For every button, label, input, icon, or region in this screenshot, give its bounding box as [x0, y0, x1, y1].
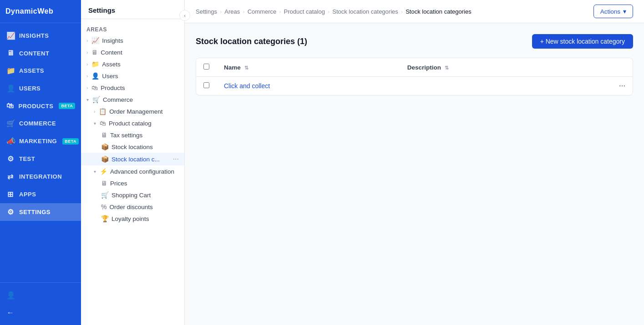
- breadcrumb-separator: ›: [328, 8, 330, 15]
- nav-item-products[interactable]: 🛍 PRODUCTS BETA: [0, 97, 81, 115]
- nav-item-label-content: CONTENT: [19, 50, 49, 57]
- nav-collapse[interactable]: ←: [0, 304, 81, 321]
- new-button-label: + New stock location category: [540, 38, 625, 45]
- name-column-header[interactable]: Name ⇅: [217, 58, 400, 77]
- main-content: Settings›Areas›Commerce›Product catalog›…: [185, 0, 644, 325]
- account-icon: 👤: [6, 291, 15, 300]
- products-badge: BETA: [59, 103, 75, 109]
- chevron-right-icon: ›: [94, 109, 95, 114]
- sidebar-item-loyalty-points[interactable]: 🏆 Loyalty points: [81, 213, 184, 225]
- order-discounts-icon: %: [101, 203, 106, 210]
- nav-account[interactable]: 👤: [0, 286, 81, 304]
- nav-item-integration[interactable]: ⇄ INTEGRATION: [0, 168, 81, 185]
- breadcrumb-commerce[interactable]: Commerce: [248, 8, 277, 15]
- chevron-down-icon: ▾: [94, 169, 96, 174]
- sidebar-item-assets[interactable]: › 📁 Assets: [81, 58, 184, 70]
- marketing-badge: BETA: [62, 138, 79, 145]
- sidebar-item-insights[interactable]: › 📈 Insights: [81, 35, 184, 46]
- name-column-label: Name: [224, 64, 241, 71]
- sidebar-item-prices[interactable]: 🖥 Prices: [81, 177, 184, 189]
- item-dots-stock-location-categories[interactable]: ···: [173, 155, 179, 163]
- table-row: Click and collect ⋯: [196, 77, 633, 95]
- sidebar-item-label-shopping-cart: Shopping Cart: [112, 192, 151, 199]
- sidebar-item-users[interactable]: › 👤 Users: [81, 70, 184, 82]
- select-all-column: [196, 58, 217, 77]
- content-nav-icon: 🖥: [6, 49, 15, 57]
- users-icon: 👤: [91, 72, 99, 80]
- settings-nav-icon: ⚙: [6, 208, 15, 216]
- nav-item-label-commerce: COMMERCE: [19, 120, 56, 127]
- row-more-actions-1[interactable]: ⋯: [569, 77, 633, 95]
- sidebar-item-label-order-management: Order Management: [109, 108, 162, 115]
- row-description-cell: [400, 77, 569, 95]
- apps-nav-icon: ⊞: [6, 190, 15, 199]
- sidebar-item-label-stock-location-categories: Stock location c...: [112, 156, 160, 163]
- sidebar-item-tax-settings[interactable]: 🖥 Tax settings: [81, 129, 184, 141]
- description-sort-icon: ⇅: [445, 65, 449, 70]
- insights-nav-icon: 📈: [6, 31, 15, 40]
- content-icon: 🖥: [91, 49, 98, 56]
- table-header-row: Name ⇅ Description ⇅: [196, 58, 633, 77]
- sidebar-item-label-stock-locations: Stock locations: [112, 144, 153, 150]
- data-table: Name ⇅ Description ⇅ Click and collect: [196, 58, 633, 95]
- sidebar-item-shopping-cart[interactable]: 🛒 Shopping Cart: [81, 189, 184, 201]
- sidebar-item-product-catalog[interactable]: ▾ 🛍 Product catalog: [81, 117, 184, 129]
- nav-item-commerce[interactable]: 🛒 COMMERCE: [0, 115, 81, 132]
- nav-item-marketing[interactable]: 📣 MARKETING BETA: [0, 132, 81, 150]
- actions-label: Actions: [600, 8, 620, 15]
- sidebar-collapse-button[interactable]: ‹: [179, 10, 190, 21]
- nav-item-settings[interactable]: ⚙ SETTINGS: [0, 203, 81, 221]
- product-catalog-icon: 🛍: [100, 120, 106, 127]
- nav-item-label-marketing: MARKETING: [19, 138, 57, 145]
- nav-item-test[interactable]: ⚙ TEST: [0, 150, 81, 168]
- left-navigation: DynamicWeb 📈 INSIGHTS 🖥 CONTENT 📁 ASSETS…: [0, 0, 81, 325]
- breadcrumb: Settings›Areas›Commerce›Product catalog›…: [185, 0, 644, 23]
- sidebar-item-label-commerce: Commerce: [103, 96, 133, 103]
- sidebar-item-products[interactable]: › 🛍 Products: [81, 82, 184, 94]
- nav-item-apps[interactable]: ⊞ APPS: [0, 185, 81, 203]
- nav-item-label-products: PRODUCTS: [19, 103, 54, 110]
- breadcrumb-separator: ›: [279, 8, 281, 15]
- breadcrumb-separator: ›: [401, 8, 403, 15]
- sidebar-item-stock-locations[interactable]: 📦 Stock locations: [81, 141, 184, 153]
- nav-item-insights[interactable]: 📈 INSIGHTS: [0, 27, 81, 45]
- breadcrumb-settings[interactable]: Settings: [196, 8, 217, 15]
- chevron-down-icon: ▾: [94, 121, 96, 126]
- sidebar-item-label-order-discounts: Order discounts: [109, 204, 152, 210]
- nav-item-assets[interactable]: 📁 ASSETS: [0, 62, 81, 80]
- settings-sidebar: Settings ‹ Areas › 📈 Insights › 🖥 Conten…: [81, 0, 185, 325]
- actions-button[interactable]: Actions ▾: [593, 5, 633, 18]
- row-checkbox-1[interactable]: [203, 82, 209, 88]
- sidebar-item-order-management[interactable]: › 📋 Order Management: [81, 105, 184, 117]
- sidebar-item-label-assets: Assets: [102, 61, 121, 68]
- order-management-icon: 📋: [99, 108, 106, 115]
- sidebar-item-stock-location-categories[interactable]: 📦 Stock location c... ···: [81, 153, 184, 165]
- marketing-nav-icon: 📣: [6, 137, 15, 145]
- breadcrumb-separator: ›: [243, 8, 244, 15]
- sidebar-item-order-discounts[interactable]: % Order discounts: [81, 201, 184, 213]
- sidebar-item-advanced-configuration[interactable]: ▾ ⚡ Advanced configuration: [81, 165, 184, 177]
- assets-icon: 📁: [91, 60, 99, 68]
- breadcrumb-product-catalog[interactable]: Product catalog: [284, 8, 325, 15]
- nav-item-users[interactable]: 👤 USERS: [0, 80, 81, 97]
- sidebar-item-content[interactable]: › 🖥 Content: [81, 46, 184, 58]
- nav-item-content[interactable]: 🖥 CONTENT: [0, 45, 81, 62]
- chevron-right-icon: ›: [86, 50, 88, 55]
- content-header: Stock location categories (1) + New stoc…: [196, 34, 633, 49]
- assets-nav-icon: 📁: [6, 66, 15, 75]
- breadcrumb-areas[interactable]: Areas: [224, 8, 240, 15]
- sidebar-tree: Areas › 📈 Insights › 🖥 Content › 📁 Asset…: [81, 19, 184, 325]
- sidebar-item-label-product-catalog: Product catalog: [109, 120, 152, 127]
- new-stock-location-category-button[interactable]: + New stock location category: [532, 34, 633, 49]
- areas-label: Areas: [81, 23, 184, 35]
- breadcrumb-stock-location-categories-link[interactable]: Stock location categories: [332, 8, 398, 15]
- row-name-1[interactable]: Click and collect: [224, 82, 270, 90]
- description-column-label: Description: [407, 64, 441, 71]
- description-column-header[interactable]: Description ⇅: [400, 58, 569, 77]
- loyalty-points-icon: 🏆: [101, 215, 109, 222]
- nav-item-label-integration: INTEGRATION: [19, 173, 62, 180]
- breadcrumb-current: Stock location categories: [406, 8, 472, 15]
- sidebar-item-commerce[interactable]: ▾ 🛒 Commerce: [81, 94, 184, 105]
- sidebar-item-label-products: Products: [101, 85, 125, 91]
- select-all-checkbox[interactable]: [203, 64, 209, 70]
